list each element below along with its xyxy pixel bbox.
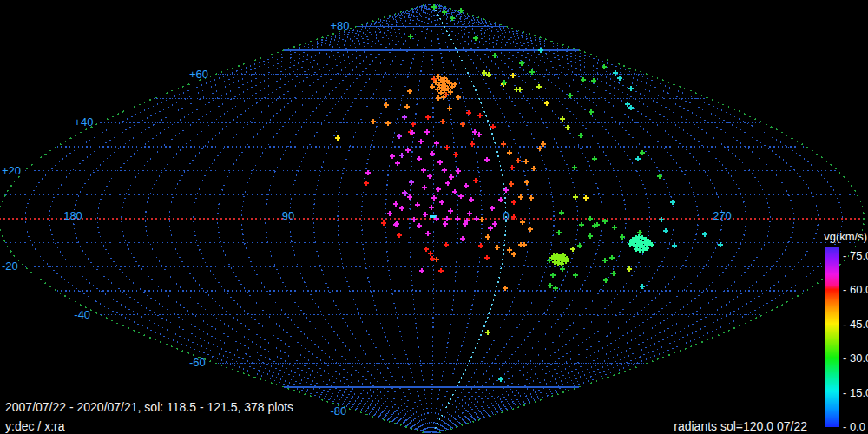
colorbar-gradient (825, 247, 839, 427)
dec-tick-label: +60 (189, 68, 208, 82)
dec-tick-label: +40 (74, 115, 93, 129)
date-range-sol-caption: 2007/07/22 - 2020/07/21, sol: 118.5 - 12… (5, 400, 293, 414)
radiant-points (364, 110, 516, 273)
sky-map-plot-area[interactable] (0, 0, 868, 434)
ra-tick-label: 90 (282, 209, 294, 223)
colorbar-title: vg(km/s) (824, 230, 867, 243)
dec-tick-label: -80 (330, 404, 346, 418)
colorbar-tick-label: - 60.0 (843, 284, 868, 295)
colorbar-tick-label: - 45.0 (843, 319, 868, 330)
radiant-points (397, 115, 414, 196)
colorbar-tick-label: - 75.0 (843, 250, 868, 261)
dec-tick-label: -20 (2, 260, 18, 273)
radiant-map-window: 180900270+80+60+40+20-20-40-60-80 vg(km/… (0, 0, 868, 434)
radiant-points (371, 74, 546, 291)
radiant-points (628, 234, 654, 253)
axes-legend-caption: y:dec / x:ra (5, 419, 64, 433)
colorbar-tick-label: - 15.0 (843, 387, 868, 398)
ra-tick-label: 270 (713, 209, 732, 223)
colorbar-tick-label: - 30.0 (843, 352, 868, 364)
radiant-points (482, 70, 632, 335)
dec-tick-label: +80 (330, 19, 349, 33)
dec-tick-label: -60 (189, 356, 206, 370)
dec-tick-label: +20 (2, 164, 21, 178)
ra-tick-label: 0 (503, 209, 509, 223)
dec-tick-label: -40 (74, 308, 90, 322)
radiant-points (549, 253, 569, 266)
colorbar-tick-label: - 0.0 (843, 421, 865, 432)
ra-tick-label: 180 (63, 209, 82, 223)
radiants-sol-caption: radiants sol=120.0 07/22 (674, 419, 807, 433)
radiant-points (498, 48, 723, 382)
